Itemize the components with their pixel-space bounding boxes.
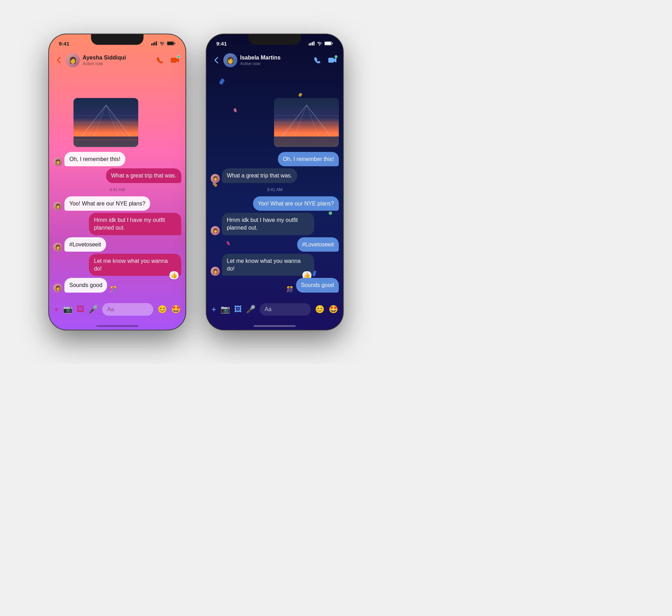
sticker-button-dark[interactable]: 🤩 [329,305,338,314]
status-icons-dark [309,41,333,46]
battery-icon [167,41,176,46]
bubble-4-light: Yoo! What are our NYE plans? [64,196,150,211]
status-time-dark: 9:41 [216,41,227,47]
notch [91,34,144,45]
message-input-dark[interactable]: Aa [260,303,311,316]
plus-button-dark[interactable]: + [211,304,216,314]
wifi-icon-dark [317,41,322,46]
msg-avatar-4-light: 👩 [53,202,62,211]
signal-icon-dark [309,41,315,46]
chat-area-dark: Oh, I remember this! 👩 What a great trip… [206,71,343,297]
video-button-light[interactable] [170,55,180,65]
home-bar-light [96,325,138,327]
emoji-button-dark[interactable]: 😊 [315,305,324,314]
bubble-2-light: What a great trip that was. [106,168,181,183]
status-icons-light [151,41,176,46]
msg-avatar-8-light: 👩 [53,284,62,293]
msg-row-5-dark: 👩 Hmm idk but I have my outfit planned o… [211,213,339,235]
sticker-right-light: 🎊 [110,286,117,293]
plus-button-light[interactable]: + [54,304,59,314]
svg-rect-20 [310,43,312,46]
timestamp-light: 9:41 AM [53,187,181,192]
reaction-7-light: 👍 [169,271,178,280]
shared-image-light [74,98,138,147]
contact-info-light: Ayesha Siddiqui Active now [83,54,152,66]
svg-rect-3 [156,41,157,46]
bubble-6-light: #Lovetoseeit [64,237,106,252]
msg-row-4-dark: Yoo! What are our NYE plans? [211,196,339,211]
wifi-icon [159,41,165,46]
bubble-7-light: Let me know what you wanna do! 👍 [89,254,181,276]
msg-row-6-dark: #Lovetoseeit [211,237,339,252]
svg-rect-19 [309,43,310,46]
msg-row-6-light: 👩 #Lovetoseeit [53,237,181,252]
active-dot-light [177,55,180,58]
video-button-dark[interactable] [328,55,337,65]
svg-rect-1 [153,43,154,46]
home-indicator-light [49,322,186,330]
msg-row-1-light: 👩 Oh, I remember this! [53,152,181,167]
bubble-1-dark: Oh, I remember this! [278,152,339,167]
home-indicator-dark [206,322,343,330]
timestamp-dark: 9:41 AM [211,187,339,192]
svg-rect-0 [151,43,152,46]
messages-light: 👩 Oh, I remember this! What a great trip… [53,98,181,293]
bubble-5-light: Hmm idk but I have my outfit planned out… [89,213,181,235]
phone-icon [156,56,163,64]
back-button-dark[interactable] [212,56,220,64]
call-button-light[interactable] [155,55,164,65]
svg-rect-22 [314,41,315,46]
svg-rect-24 [325,42,331,45]
battery-icon-dark [324,41,333,46]
msg-avatar-5-dark: 👩 [211,226,220,235]
contact-status-light: Active now [83,61,152,66]
mic-button-light[interactable]: 🎤 [89,305,98,314]
mic-button-dark[interactable]: 🎤 [246,305,255,314]
contact-status-dark: Active now [240,61,309,66]
bubble-8-light: Sounds good [64,278,107,293]
bubble-4-dark: Yoo! What are our NYE plans? [253,196,339,211]
bubble-6-dark: #Lovetoseeit [297,237,339,252]
photo-button-dark[interactable]: 🖼 [234,305,242,314]
msg-row-1-dark: Oh, I remember this! [211,152,339,167]
bubble-7-dark: Let me know what you wanna do! 👍 [222,254,314,276]
svg-rect-5 [167,42,174,45]
phone-icon-dark [313,56,321,64]
shared-image-dark [274,98,339,147]
back-button-light[interactable] [55,56,63,64]
svg-rect-2 [154,42,155,46]
svg-rect-34 [274,136,339,147]
signal-icon [151,41,157,46]
msg-avatar-6-light: 👩 [53,243,62,252]
msg-avatar-1-light: 👩 [53,157,62,166]
sticker-button-light[interactable]: 🤩 [171,305,181,314]
msg-avatar-2-dark: 👩 [211,174,220,183]
message-input-light[interactable]: Aa [102,303,153,316]
contact-name-dark: Isabela Martins [240,54,309,61]
input-bar-light: + 📷 🖼 🎤 Aa 😊 🤩 [49,297,186,322]
chat-area-light: 👩 Oh, I remember this! What a great trip… [49,71,186,297]
msg-avatar-7-dark: 👩 [211,267,220,276]
emoji-button-light[interactable]: 😊 [158,305,167,314]
input-placeholder-dark: Aa [265,306,272,313]
svg-rect-17 [74,136,138,147]
phone-light: 9:41 👩 Ayesha Siddiqui Active now [49,34,186,330]
header-actions-dark [312,55,337,65]
bubble-1-light: Oh, I remember this! [64,152,125,167]
chat-header-dark: 👩 Isabela Martins Active now [206,50,343,71]
contact-name-light: Ayesha Siddiqui [83,54,152,61]
bubble-2-dark: What a great trip that was. [222,168,297,183]
input-placeholder-light: Aa [107,306,114,313]
bubble-8-dark: Sounds good [296,278,339,293]
contact-avatar-dark: 👩 [223,53,237,67]
photo-button-light[interactable]: 🖼 [77,305,84,314]
chevron-left-icon [57,57,61,64]
svg-rect-25 [328,58,334,63]
msg-row-8-light: 👩 Sounds good 🎊 [53,278,181,293]
camera-button-light[interactable]: 📷 [63,305,72,314]
msg-row-5-light: Hmm idk but I have my outfit planned out… [53,213,181,235]
notch-dark [248,34,301,45]
camera-button-dark[interactable]: 📷 [220,305,230,314]
svg-rect-21 [312,42,313,46]
call-button-dark[interactable] [312,55,322,65]
